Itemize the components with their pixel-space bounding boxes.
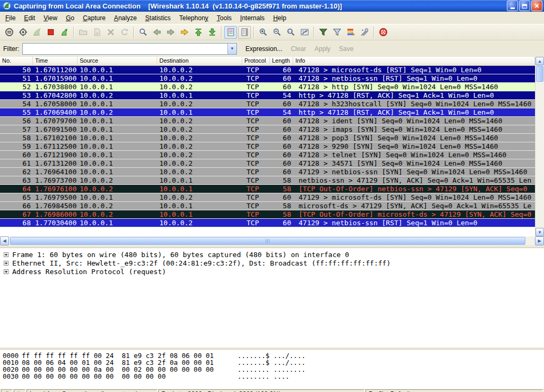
zoom-in-button[interactable]: [257, 26, 269, 39]
menu-help[interactable]: Help: [269, 12, 291, 24]
menu-statistics[interactable]: Statistics: [141, 12, 175, 24]
expander-icon[interactable]: +: [4, 261, 8, 266]
packet-row[interactable]: 581.6710210010.0.0.110.0.0.2TCP6047128 >…: [0, 134, 535, 142]
menu-internals[interactable]: Internals: [236, 12, 269, 24]
save-file-button[interactable]: [90, 26, 103, 39]
horizontal-scroll-thumb[interactable]: [10, 237, 525, 245]
preferences-button[interactable]: [358, 26, 371, 39]
packet-details: +Frame 1: 60 bytes on wire (480 bits), 6…: [0, 248, 544, 347]
menu-capture[interactable]: Capture: [79, 12, 110, 24]
go-to-packet-button[interactable]: [178, 26, 191, 39]
scroll-down-button[interactable]: ▼: [536, 228, 544, 236]
packet-row[interactable]: 561.6707970010.0.0.110.0.0.2TCP6047128 >…: [0, 117, 535, 125]
expert-info-button[interactable]: [1, 389, 13, 392]
save-button[interactable]: Save: [339, 45, 353, 53]
capture-stop-button[interactable]: [44, 26, 57, 39]
detail-row[interactable]: +Ethernet II, Src: Hewlett-_e9:c3:2f (00…: [0, 259, 544, 267]
detail-row[interactable]: +Frame 1: 60 bytes on wire (480 bits), 6…: [0, 250, 544, 259]
column-header-source[interactable]: Source: [78, 57, 157, 65]
column-header-time[interactable]: Time: [33, 57, 78, 65]
horizontal-scrollbar[interactable]: ◀ ▶: [0, 236, 544, 245]
resize-columns-button[interactable]: [298, 26, 311, 39]
packet-row[interactable]: 681.7703040010.0.0.110.0.0.2TCP6047129 >…: [0, 219, 535, 227]
packet-row[interactable]: 511.6701590010.0.0.110.0.0.2TCP6047128 >…: [0, 74, 535, 83]
colorize-button[interactable]: [224, 26, 237, 39]
close-button[interactable]: ×: [531, 1, 542, 11]
packet-row[interactable]: 671.7698600010.0.0.210.0.0.1TCP58[TCP Ou…: [0, 210, 535, 219]
minimize-button[interactable]: [507, 1, 518, 11]
scroll-up-button[interactable]: ▲: [536, 57, 544, 65]
menu-view[interactable]: View: [39, 12, 62, 24]
capture-restart-button[interactable]: [58, 26, 71, 39]
expander-icon[interactable]: +: [4, 269, 8, 274]
capture-filters-button[interactable]: [317, 26, 329, 39]
cell-src: 10.0.0.1: [78, 142, 157, 150]
column-header-destination[interactable]: Destination: [157, 57, 242, 65]
scroll-right-button[interactable]: ▶: [535, 236, 544, 245]
go-forward-button[interactable]: [164, 26, 177, 39]
go-bottom-button[interactable]: [206, 26, 218, 39]
zoom-normal-button[interactable]: 1:1: [284, 26, 297, 39]
display-filters-button[interactable]: [330, 26, 343, 39]
packet-row[interactable]: 571.6709150010.0.0.110.0.0.2TCP6047128 >…: [0, 125, 535, 134]
packet-row[interactable]: 551.6706940010.0.0.210.0.0.1TCP54http > …: [0, 108, 535, 117]
open-file-button[interactable]: [76, 26, 89, 39]
packet-row[interactable]: 531.6704280010.0.0.210.0.0.1TCP54http > …: [0, 91, 535, 100]
packet-row[interactable]: 651.7697950010.0.0.110.0.0.2TCP6047129 >…: [0, 193, 535, 202]
list-interfaces-button[interactable]: [3, 26, 15, 39]
coloring-rules-button[interactable]: [344, 26, 357, 39]
cell-src: 10.0.0.1: [78, 193, 157, 201]
packet-row[interactable]: 611.6713120010.0.0.110.0.0.2TCP6047128 >…: [0, 159, 535, 168]
capture-comment-button[interactable]: ✎: [14, 389, 26, 392]
capture-start-button[interactable]: [30, 26, 43, 39]
menu-edit[interactable]: Edit: [20, 12, 39, 24]
cell-len: 60: [270, 159, 293, 167]
go-back-button[interactable]: [150, 26, 163, 39]
cell-time: 1.76973700: [33, 176, 78, 184]
column-header-protocol[interactable]: Protocol: [242, 57, 270, 65]
capture-options-button[interactable]: [16, 26, 29, 39]
cell-no: 62: [0, 168, 33, 176]
menu-telephony[interactable]: Telephony: [175, 12, 212, 24]
close-file-button[interactable]: [104, 26, 117, 39]
packet-row[interactable]: 591.6711250010.0.0.110.0.0.2TCP6047128 >…: [0, 142, 535, 151]
cell-time: 1.67058000: [33, 100, 78, 108]
clear-button[interactable]: Clear: [291, 45, 306, 53]
column-header-length[interactable]: Length: [270, 57, 293, 65]
filter-dropdown-button[interactable]: ▼: [227, 44, 236, 54]
restore-button[interactable]: [519, 1, 530, 11]
zoom-out-button[interactable]: [270, 26, 283, 39]
column-header-no[interactable]: No.: [0, 57, 33, 65]
vertical-scroll-track[interactable]: [536, 82, 544, 228]
detail-row[interactable]: +Address Resolution Protocol (request): [0, 267, 544, 276]
packet-row[interactable]: 661.7698450010.0.0.210.0.0.1TCP58microso…: [0, 202, 535, 210]
cell-proto: TCP: [242, 117, 270, 125]
packet-row[interactable]: 601.6712190010.0.0.110.0.0.2TCP6047128 >…: [0, 151, 535, 159]
find-packet-button[interactable]: [137, 26, 149, 39]
autoscroll-button[interactable]: [238, 26, 251, 39]
menu-tools[interactable]: Tools: [212, 12, 236, 24]
packet-row[interactable]: 641.7697610010.0.0.210.0.0.1TCP58[TCP Ou…: [0, 185, 535, 193]
apply-button[interactable]: Apply: [314, 45, 330, 53]
packet-row[interactable]: 541.6705800010.0.0.110.0.0.2TCP6047128 >…: [0, 100, 535, 108]
vertical-scroll-thumb[interactable]: [536, 66, 543, 82]
vertical-scrollbar[interactable]: ▲ ▼: [535, 57, 544, 236]
expander-icon[interactable]: +: [4, 252, 8, 257]
packet-row[interactable]: 521.6703880010.0.0.110.0.0.2TCP6047128 >…: [0, 83, 535, 91]
column-header-info[interactable]: Info: [293, 57, 535, 65]
expression-button[interactable]: Expression...: [245, 45, 282, 53]
packet-row[interactable]: 631.7697370010.0.0.210.0.0.1TCP58netbios…: [0, 176, 535, 185]
packet-row[interactable]: 621.7696410010.0.0.110.0.0.2TCP6047129 >…: [0, 168, 535, 176]
scroll-left-button[interactable]: ◀: [0, 236, 9, 245]
packet-row[interactable]: 501.6701120010.0.0.110.0.0.2TCP6047128 >…: [0, 66, 535, 74]
filter-input[interactable]: [23, 44, 227, 54]
menu-go[interactable]: Go: [62, 12, 79, 24]
cell-time: 1.76964100: [33, 168, 78, 176]
menu-file[interactable]: File: [1, 12, 20, 24]
go-top-button[interactable]: [192, 26, 205, 39]
menu-analyze[interactable]: Analyze: [110, 12, 141, 24]
help-button[interactable]: [377, 26, 389, 39]
open-file-icon: [79, 28, 88, 37]
reload-button[interactable]: [118, 26, 131, 39]
horizontal-scroll-track[interactable]: [526, 236, 535, 245]
